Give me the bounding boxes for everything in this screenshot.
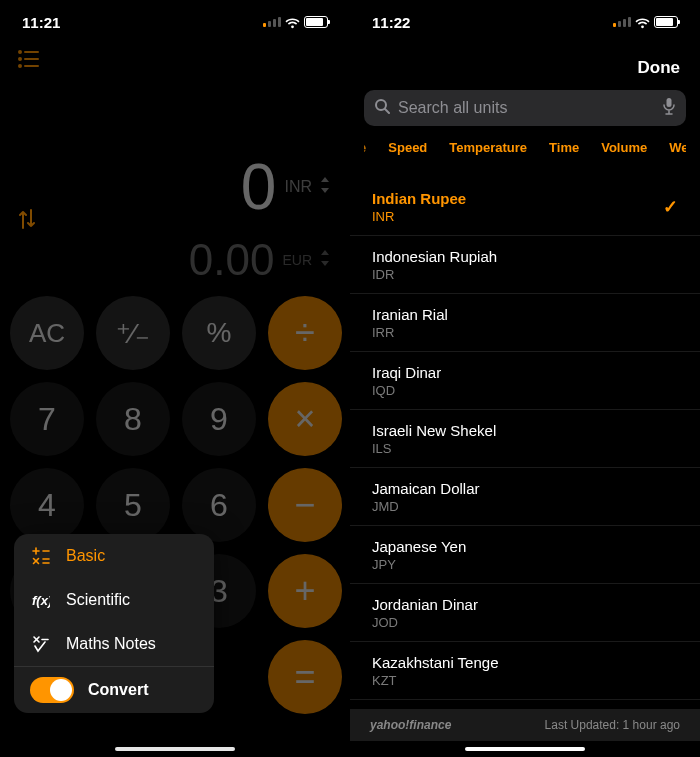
list-item[interactable]: Indian RupeeINR✓ xyxy=(350,178,700,236)
category-tabs[interactable]: re Speed Temperature Time Volume Weight xyxy=(364,126,686,165)
key-ac[interactable]: AC xyxy=(10,296,84,370)
currency-name: Iraqi Dinar xyxy=(372,364,678,381)
svg-text:f(x): f(x) xyxy=(32,593,50,608)
tab-partial[interactable]: re xyxy=(364,140,366,155)
status-time: 11:21 xyxy=(22,14,60,31)
toggle-switch[interactable] xyxy=(30,677,74,703)
list-item[interactable]: Iraqi DinarIQD xyxy=(350,352,700,410)
key-8[interactable]: 8 xyxy=(96,382,170,456)
maths-notes-icon xyxy=(30,635,52,653)
svg-point-4 xyxy=(19,65,21,67)
mode-menu: Basic f(x) Scientific Maths Notes Conver… xyxy=(14,534,214,713)
tab-time[interactable]: Time xyxy=(549,140,579,155)
cellular-signal-icon xyxy=(263,17,281,27)
svg-line-18 xyxy=(385,109,389,113)
svg-rect-19 xyxy=(667,98,672,107)
search-input[interactable] xyxy=(398,99,654,117)
checkmark-icon: ✓ xyxy=(663,196,678,218)
status-time: 11:22 xyxy=(372,14,410,31)
key-6[interactable]: 6 xyxy=(182,468,256,542)
svg-point-2 xyxy=(19,58,21,60)
list-item[interactable]: Jamaican DollarJMD xyxy=(350,468,700,526)
swap-currencies-icon[interactable] xyxy=(18,208,36,234)
currency-code: JMD xyxy=(372,499,678,514)
currency-name: Jamaican Dollar xyxy=(372,480,678,497)
menu-convert-toggle[interactable]: Convert xyxy=(14,667,214,713)
currency-name: Indian Rupee xyxy=(372,190,678,207)
list-item[interactable]: Jordanian DinarJOD xyxy=(350,584,700,642)
key-divide[interactable]: ÷ xyxy=(268,296,342,370)
provider-label: yahoo!finance xyxy=(370,718,451,732)
currency-list[interactable]: Indian RupeeINR✓Indonesian RupiahIDRIran… xyxy=(350,178,700,719)
units-picker-screen: 11:22 Done re Speed xyxy=(350,0,700,757)
chevron-updown-icon[interactable] xyxy=(320,177,330,197)
home-indicator[interactable] xyxy=(115,747,235,751)
mic-icon[interactable] xyxy=(662,97,676,119)
primary-currency[interactable]: INR xyxy=(284,178,312,196)
key-equals[interactable]: = xyxy=(268,640,342,714)
search-bar[interactable] xyxy=(364,90,686,126)
basic-icon xyxy=(30,547,52,565)
list-item[interactable]: Japanese YenJPY xyxy=(350,526,700,584)
primary-value: 0 xyxy=(241,150,277,224)
status-icons xyxy=(263,16,328,28)
menu-label: Convert xyxy=(88,681,148,699)
list-item[interactable]: Iranian RialIRR xyxy=(350,294,700,352)
key-plus-minus[interactable]: ⁺⁄₋ xyxy=(96,296,170,370)
key-percent[interactable]: % xyxy=(182,296,256,370)
cellular-signal-icon xyxy=(613,17,631,27)
currency-code: KZT xyxy=(372,673,678,688)
home-indicator[interactable] xyxy=(465,747,585,751)
key-9[interactable]: 9 xyxy=(182,382,256,456)
list-item[interactable]: Indonesian RupiahIDR xyxy=(350,236,700,294)
done-button[interactable]: Done xyxy=(638,58,681,78)
key-multiply[interactable]: × xyxy=(268,382,342,456)
currency-name: Indonesian Rupiah xyxy=(372,248,678,265)
status-bar: 11:22 xyxy=(350,0,700,40)
secondary-value: 0.00 xyxy=(189,235,275,285)
wifi-icon xyxy=(635,16,650,28)
tab-weight[interactable]: Weight xyxy=(669,140,686,155)
tab-volume[interactable]: Volume xyxy=(601,140,647,155)
currency-code: IRR xyxy=(372,325,678,340)
key-7[interactable]: 7 xyxy=(10,382,84,456)
function-icon: f(x) xyxy=(30,592,52,608)
menu-maths-notes[interactable]: Maths Notes xyxy=(14,622,214,666)
menu-label: Basic xyxy=(66,547,105,565)
secondary-display: 0.00 EUR xyxy=(189,235,330,285)
menu-scientific[interactable]: f(x) Scientific xyxy=(14,578,214,622)
currency-name: Japanese Yen xyxy=(372,538,678,555)
key-plus[interactable]: + xyxy=(268,554,342,628)
chevron-updown-icon[interactable] xyxy=(320,250,330,270)
svg-point-0 xyxy=(19,51,21,53)
list-item[interactable]: Israeli New ShekelILS xyxy=(350,410,700,468)
currency-code: JPY xyxy=(372,557,678,572)
calculator-screen: 11:21 0 INR 0.00 xyxy=(0,0,350,757)
last-updated: Last Updated: 1 hour ago xyxy=(545,718,680,732)
battery-icon xyxy=(654,16,678,28)
menu-label: Maths Notes xyxy=(66,635,156,653)
list-item[interactable]: Kazakhstani TengeKZT xyxy=(350,642,700,700)
currency-name: Kazakhstani Tenge xyxy=(372,654,678,671)
tab-temperature[interactable]: Temperature xyxy=(449,140,527,155)
primary-display: 0 INR xyxy=(241,150,330,224)
currency-code: ILS xyxy=(372,441,678,456)
data-provider-footer: yahoo!finance Last Updated: 1 hour ago xyxy=(350,709,700,741)
sheet-header: Done re Speed Temperature Time Volume We… xyxy=(350,40,700,165)
currency-name: Iranian Rial xyxy=(372,306,678,323)
tab-speed[interactable]: Speed xyxy=(388,140,427,155)
currency-name: Israeli New Shekel xyxy=(372,422,678,439)
status-bar: 11:21 xyxy=(0,0,350,40)
key-5[interactable]: 5 xyxy=(96,468,170,542)
wifi-icon xyxy=(285,16,300,28)
key-4[interactable]: 4 xyxy=(10,468,84,542)
menu-basic[interactable]: Basic xyxy=(14,534,214,578)
secondary-currency[interactable]: EUR xyxy=(282,252,312,268)
key-minus[interactable]: − xyxy=(268,468,342,542)
battery-icon xyxy=(304,16,328,28)
search-icon xyxy=(374,98,390,118)
status-icons xyxy=(613,16,678,28)
currency-code: JOD xyxy=(372,615,678,630)
currency-name: Jordanian Dinar xyxy=(372,596,678,613)
history-list-icon[interactable] xyxy=(18,50,40,72)
